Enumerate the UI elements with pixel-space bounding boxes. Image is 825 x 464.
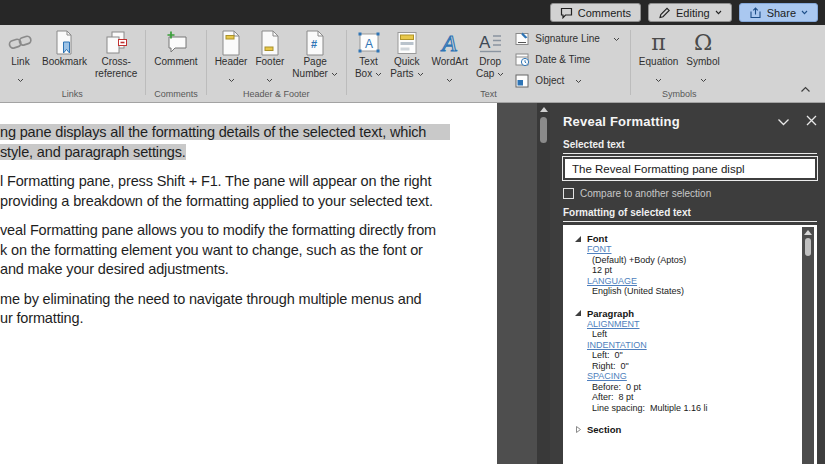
drop-cap-label-line1: Drop: [479, 56, 501, 68]
drop-cap-icon: A: [477, 29, 503, 56]
formatting-tree-scrollbar[interactable]: [802, 227, 814, 464]
signature-line-button[interactable]: Signature Line: [514, 30, 620, 47]
comment-button[interactable]: Comment: [150, 25, 201, 68]
document-text-line[interactable]: me by eliminating the need to navigate t…: [0, 290, 497, 310]
link-button-label: Link: [11, 56, 29, 68]
format-value: 12 pt: [592, 266, 799, 276]
document-text-line[interactable]: veal Formatting pane allows you to modif…: [0, 221, 497, 241]
footer-icon: [260, 29, 280, 56]
symbol-button-label: Symbol: [686, 56, 719, 68]
format-value: English (United States): [592, 287, 799, 297]
document-canvas[interactable]: ng pane displays all the formatting deta…: [0, 103, 497, 464]
page-number-button[interactable]: # Page Number: [288, 25, 342, 80]
share-button-label: Share: [767, 7, 796, 19]
selected-text-line[interactable]: ng pane displays all the formatting deta…: [0, 124, 450, 140]
footer-button[interactable]: Footer: [251, 25, 288, 74]
wordart-button-label: WordArt: [432, 56, 469, 68]
text-box-button[interactable]: A Text Box: [351, 25, 386, 80]
equation-button[interactable]: π Equation: [635, 25, 682, 74]
document-text-line[interactable]: ur formatting.: [0, 309, 497, 329]
date-time-button[interactable]: Date & Time: [514, 51, 620, 68]
title-bar: Comments Editing Share: [0, 0, 825, 25]
object-label: Object: [535, 75, 564, 86]
pane-collapse-button[interactable]: [777, 112, 790, 130]
object-button[interactable]: Object: [514, 72, 620, 89]
chevron-down-icon: [655, 69, 662, 74]
scrollbar-thumb[interactable]: [540, 117, 547, 143]
comment-bubble-icon: [560, 7, 573, 19]
chevron-up-icon: [800, 79, 811, 96]
equation-pi-icon: π: [651, 31, 665, 55]
comment-button-label: Comment: [154, 56, 197, 68]
format-value: Before: 0 pt: [592, 383, 799, 393]
format-link-spacing[interactable]: SPACING: [587, 372, 627, 382]
header-button[interactable]: Header: [211, 25, 252, 74]
ribbon-group-text: A Text Box Quick Parts: [348, 25, 629, 102]
selected-text-input[interactable]: [563, 157, 817, 180]
selected-text-line[interactable]: style, and paragraph settings.: [0, 144, 186, 160]
document-text-line[interactable]: l Formatting pane, press Shift + F1. The…: [0, 172, 497, 192]
ribbon-group-label-symbols: Symbols: [662, 89, 697, 99]
document-text-line[interactable]: and make your desired adjustments.: [0, 260, 497, 280]
ribbon-group-links: Link Bookmark Cross- referenc: [0, 25, 144, 102]
scroll-up-arrow-icon[interactable]: [540, 107, 548, 112]
bookmark-button-label: Bookmark: [42, 56, 87, 68]
expanded-triangle-icon: [575, 310, 581, 316]
formatting-of-selected-text-label: Formatting of selected text: [563, 207, 817, 218]
document-text-line[interactable]: providing a breakdown of the formatting …: [0, 192, 497, 212]
scroll-up-arrow-icon[interactable]: [804, 230, 812, 235]
bookmark-icon: [54, 29, 75, 56]
editing-button-label: Editing: [676, 7, 710, 19]
document-scrollbar[interactable]: [537, 103, 550, 464]
wordart-button[interactable]: A WordArt: [428, 25, 473, 74]
pane-close-button[interactable]: [806, 112, 817, 130]
compare-selection-row: Compare to another selection: [563, 188, 817, 199]
drop-cap-button[interactable]: A Drop Cap: [472, 25, 508, 80]
svg-text:A: A: [365, 36, 373, 50]
format-link-alignment[interactable]: ALIGNMENT: [587, 320, 640, 330]
compare-checkbox[interactable]: [563, 188, 574, 199]
format-section-font[interactable]: Font: [575, 233, 799, 244]
reveal-formatting-pane: Reveal Formatting Selected text Compare …: [550, 103, 825, 464]
format-value: Left: [592, 330, 799, 340]
link-button[interactable]: Link: [3, 25, 38, 74]
cross-reference-icon: [104, 29, 128, 56]
ribbon-divider: [206, 30, 207, 95]
share-button[interactable]: Share: [739, 3, 818, 22]
scrollbar-thumb[interactable]: [805, 238, 811, 256]
svg-text:A: A: [440, 30, 457, 56]
format-section-paragraph[interactable]: Paragraph: [575, 308, 799, 319]
format-value: Right: 0": [592, 362, 799, 372]
format-value: Left: 0": [592, 351, 799, 361]
document-text-line[interactable]: k on the formatting element you want to …: [0, 241, 497, 261]
share-icon: [749, 7, 762, 19]
chevron-down-icon: [266, 69, 273, 74]
collapse-ribbon-button[interactable]: [800, 79, 811, 97]
close-icon: [806, 112, 817, 130]
editing-mode-button[interactable]: Editing: [648, 3, 732, 22]
svg-text:#: #: [311, 38, 317, 50]
ribbon-group-label-links: Links: [62, 89, 83, 99]
format-link-font[interactable]: FONT: [587, 245, 612, 255]
comments-button[interactable]: Comments: [550, 3, 641, 22]
format-section-title: Paragraph: [587, 308, 634, 319]
ribbon-group-label-header-footer: Header & Footer: [243, 89, 310, 99]
cross-reference-label-line2: reference: [95, 68, 137, 80]
footer-button-label: Footer: [255, 56, 284, 68]
signature-line-icon: [514, 31, 530, 46]
format-section-section[interactable]: Section: [575, 424, 799, 435]
expanded-triangle-icon: [575, 236, 581, 242]
format-link-indentation[interactable]: INDENTATION: [587, 341, 647, 351]
cross-reference-button[interactable]: Cross- reference: [91, 25, 141, 80]
cross-reference-label-line1: Cross-: [101, 56, 130, 68]
page-number-label-line2: Number: [292, 68, 328, 80]
page-number-label-line1: Page: [303, 56, 326, 68]
bookmark-button[interactable]: Bookmark: [38, 25, 91, 68]
formatting-tree-panel: Font FONT (Default) +Body (Aptos) 12 pt …: [563, 225, 817, 464]
pencil-icon: [658, 7, 671, 19]
format-link-language[interactable]: LANGUAGE: [587, 277, 637, 287]
symbol-button[interactable]: Ω Symbol: [682, 25, 723, 74]
main-area: ng pane displays all the formatting deta…: [0, 103, 825, 464]
header-icon: [221, 29, 241, 56]
quick-parts-button[interactable]: Quick Parts: [386, 25, 427, 80]
